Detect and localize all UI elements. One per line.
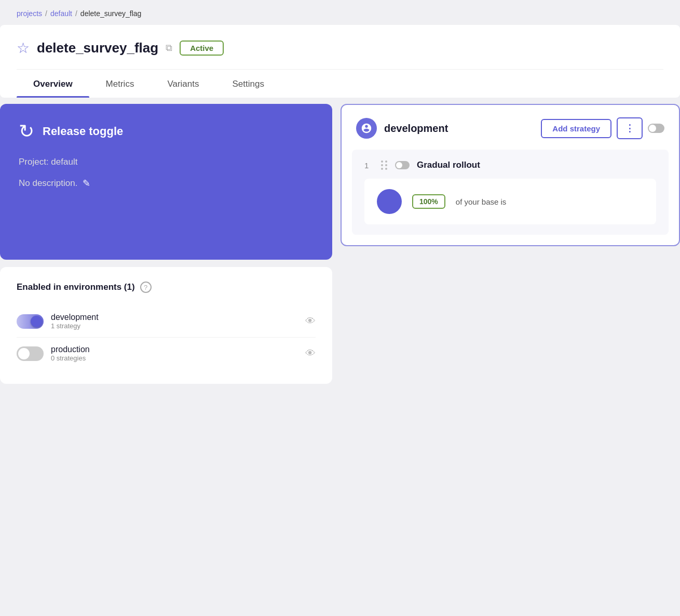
dev-environment-name: development	[384, 123, 448, 135]
strategy-body: 100% of your base is	[364, 179, 656, 224]
help-icon[interactable]: ?	[140, 282, 152, 293]
breadcrumb-sep2: /	[75, 9, 77, 18]
visibility-icon-production[interactable]: 👁	[305, 347, 316, 359]
release-card: ↻ Release toggle Project: default No des…	[0, 104, 332, 260]
drag-handle[interactable]	[381, 160, 388, 170]
percentage-dot	[377, 189, 402, 214]
env-row-production: production 0 strategies 👁	[17, 338, 316, 369]
left-column: ↻ Release toggle Project: default No des…	[0, 104, 332, 384]
env-row-development: development 1 strategy 👁	[17, 305, 316, 338]
toggle-development[interactable]	[17, 314, 44, 329]
dev-header: development Add strategy ⋮	[342, 105, 679, 150]
strategy-number: 1	[364, 161, 374, 170]
main-content: ↻ Release toggle Project: default No des…	[0, 104, 680, 384]
toggle-production[interactable]	[17, 346, 44, 361]
visibility-icon-development[interactable]: 👁	[305, 315, 316, 327]
release-toggle-icon: ↻	[19, 120, 34, 142]
release-project: Project: default	[19, 157, 314, 167]
base-text: of your base is	[456, 197, 507, 206]
breadcrumb-projects[interactable]: projects	[17, 9, 42, 18]
env-strategies-production: 0 strategies	[51, 354, 90, 362]
header-card: ☆ delete_survey_flag ⧉ Active Overview M…	[0, 25, 680, 98]
edit-description-icon[interactable]: ✎	[83, 178, 90, 189]
release-title: Release toggle	[43, 125, 123, 138]
env-name-production: production	[51, 345, 90, 354]
breadcrumb-current: delete_survey_flag	[80, 9, 142, 18]
environments-title: Enabled in environments (1)	[17, 282, 135, 292]
copy-icon[interactable]: ⧉	[166, 43, 172, 53]
release-description-text: No description.	[19, 178, 77, 189]
tab-metrics[interactable]: Metrics	[89, 70, 151, 98]
strategy-item: 1 Gradual rollout 100% of your base is	[352, 150, 669, 235]
dev-avatar	[356, 118, 377, 139]
env-strategies-development: 1 strategy	[51, 322, 99, 330]
right-column: development Add strategy ⋮ 1	[341, 104, 680, 384]
env-name-development: development	[51, 313, 99, 322]
breadcrumb: projects / default / delete_survey_flag	[0, 0, 680, 25]
environments-card: Enabled in environments (1) ? developmen…	[0, 267, 332, 384]
dev-section: development Add strategy ⋮ 1	[341, 104, 680, 246]
breadcrumb-sep1: /	[45, 9, 47, 18]
star-icon[interactable]: ☆	[17, 39, 30, 57]
tabs: Overview Metrics Variants Settings	[17, 69, 663, 98]
flag-name: delete_survey_flag	[37, 40, 158, 56]
add-strategy-button[interactable]: Add strategy	[541, 119, 611, 138]
status-badge: Active	[180, 41, 224, 56]
tab-overview[interactable]: Overview	[17, 70, 89, 98]
tab-settings[interactable]: Settings	[216, 70, 281, 98]
dev-actions: Add strategy ⋮	[541, 117, 664, 139]
breadcrumb-default[interactable]: default	[50, 9, 72, 18]
strategy-name: Gradual rollout	[417, 160, 480, 170]
tab-variants[interactable]: Variants	[151, 70, 215, 98]
more-options-button[interactable]: ⋮	[617, 117, 643, 139]
dev-toggle-small[interactable]	[648, 124, 664, 133]
strategy-toggle[interactable]	[395, 161, 410, 169]
percentage-badge: 100%	[412, 194, 445, 209]
